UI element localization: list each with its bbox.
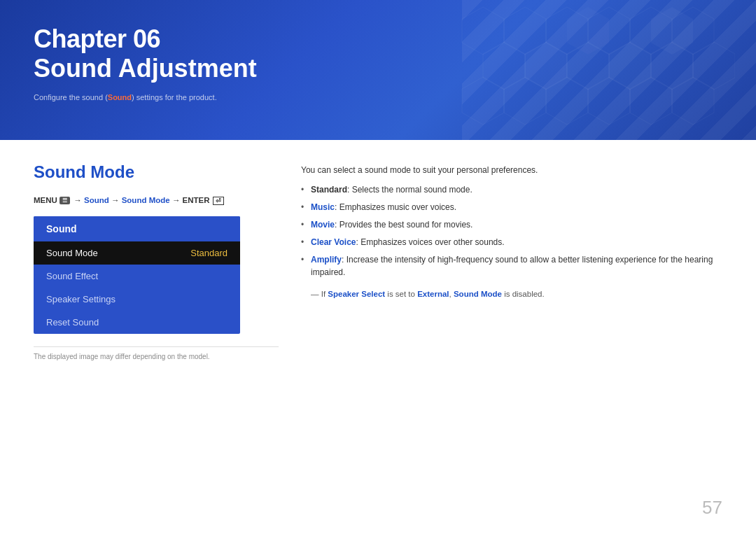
section-title: Sound Mode (34, 162, 279, 182)
desc-standard: : Selects the normal sound mode. (347, 185, 472, 195)
bullet-list: Standard: Selects the normal sound mode.… (301, 183, 722, 279)
svg-marker-3 (651, 7, 693, 55)
svg-marker-1 (567, 7, 609, 55)
header-banner: Chapter 06 Sound Adjustment Configure th… (0, 0, 756, 140)
chapter-label: Chapter 06 (34, 25, 722, 53)
page-number: 57 (702, 497, 722, 519)
menu-item-sound-mode[interactable]: Sound Mode Standard (34, 241, 240, 265)
svg-marker-2 (609, 42, 651, 90)
note-prefix: If (321, 290, 328, 298)
menu-icon: ☰ (59, 197, 70, 204)
term-clear-voice: Clear Voice (311, 237, 356, 247)
desc-amplify: : Increase the intensity of high-frequen… (311, 255, 713, 277)
menu-item-label: Sound Mode (46, 248, 98, 258)
note-mid: is set to (385, 290, 417, 298)
term-music: Music (311, 202, 335, 212)
term-movie: Movie (311, 220, 335, 230)
svg-marker-0 (455, 0, 497, 48)
desc-music: : Emphasizes music over voices. (335, 202, 456, 212)
term-amplify: Amplify (311, 255, 342, 265)
svg-marker-4 (525, 42, 567, 90)
subtitle-highlight: Sound (108, 93, 132, 101)
list-item: Movie: Provides the best sound for movie… (301, 218, 722, 231)
enter-icon: ⏎ (213, 197, 224, 205)
right-column: You can select a sound mode to suit your… (301, 162, 722, 360)
sound-link: Sound (84, 196, 109, 204)
menu-item-label: Speaker Settings (46, 294, 115, 304)
subtitle-text: Configure the sound ( (34, 93, 108, 101)
menu-item-sound-effect[interactable]: Sound Effect (34, 265, 240, 288)
menu-path: MENU ☰ → Sound → Sound Mode → ENTER ⏎ (34, 196, 279, 205)
list-item: Clear Voice: Emphasizes voices over othe… (301, 236, 722, 248)
note-speaker-select: Speaker Select (328, 290, 385, 298)
footnote: The displayed image may differ depending… (34, 346, 279, 360)
sound-menu-header: Sound (34, 216, 240, 241)
main-content: Sound Mode MENU ☰ → Sound → Sound Mode →… (0, 140, 756, 377)
menu-label: MENU (34, 196, 57, 204)
arrow1: → (74, 196, 82, 204)
arrow2: → (111, 196, 122, 204)
desc-movie: : Provides the best sound for movies. (335, 220, 472, 230)
list-item: Music: Emphasizes music over voices. (301, 201, 722, 213)
menu-item-speaker-settings[interactable]: Speaker Settings (34, 288, 240, 311)
menu-item-label: Sound Effect (46, 271, 98, 281)
note-sound-mode: Sound Mode (454, 290, 502, 298)
mode-link: Sound Mode (122, 196, 170, 204)
desc-clear-voice: : Emphasizes voices over other sounds. (356, 237, 504, 247)
page-title: Sound Adjustment (34, 53, 722, 83)
list-item: Standard: Selects the normal sound mode. (301, 183, 722, 196)
header-subtitle: Configure the sound (Sound) settings for… (34, 93, 722, 101)
left-column: Sound Mode MENU ☰ → Sound → Sound Mode →… (34, 162, 279, 360)
list-item: Amplify: Increase the intensity of high-… (301, 253, 722, 279)
arrow3: → (172, 196, 183, 204)
menu-item-reset-sound[interactable]: Reset Sound (34, 311, 240, 334)
note-external: External (417, 290, 449, 298)
enter-label: ENTER (183, 196, 210, 204)
subtitle-end: ) settings for the product. (132, 93, 217, 101)
term-standard: Standard (311, 185, 347, 195)
note-end: is disabled. (502, 290, 545, 298)
sound-menu-box: Sound Sound Mode Standard Sound Effect S… (34, 216, 240, 334)
intro-text: You can select a sound mode to suit your… (301, 165, 722, 175)
menu-item-value: Standard (190, 248, 227, 258)
menu-item-label: Reset Sound (46, 317, 99, 328)
note-text: If Speaker Select is set to External, So… (301, 290, 722, 298)
